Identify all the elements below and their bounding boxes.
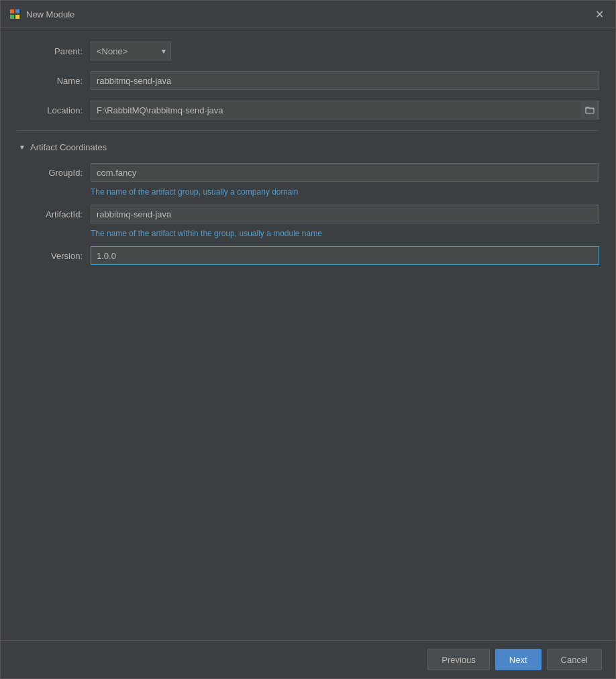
version-input[interactable] bbox=[91, 246, 599, 265]
artifactid-hint: The name of the artifact within the grou… bbox=[91, 229, 599, 238]
app-icon bbox=[9, 8, 21, 20]
name-input[interactable] bbox=[91, 71, 599, 90]
artifactid-input[interactable] bbox=[91, 205, 599, 223]
section-toggle[interactable]: ▼ bbox=[17, 142, 28, 152]
groupid-control bbox=[91, 163, 599, 182]
artifactid-label: ArtifactId: bbox=[17, 209, 91, 219]
svg-rect-3 bbox=[15, 15, 19, 19]
groupid-label: GroupId: bbox=[17, 168, 91, 178]
previous-button[interactable]: Previous bbox=[427, 649, 490, 670]
folder-icon bbox=[585, 105, 595, 115]
name-label: Name: bbox=[17, 76, 91, 86]
version-row: Version: bbox=[17, 246, 599, 265]
dialog-title: New Module bbox=[26, 9, 591, 19]
name-row: Name: bbox=[17, 71, 599, 90]
name-control bbox=[91, 71, 599, 90]
close-button[interactable]: ✕ bbox=[591, 6, 607, 22]
parent-select-wrapper: <None> ▼ bbox=[91, 42, 171, 60]
groupid-input[interactable] bbox=[91, 163, 599, 182]
artifact-section-header: ▼ Artifact Coordinates bbox=[17, 142, 599, 152]
parent-row: Parent: <None> ▼ bbox=[17, 42, 599, 60]
svg-rect-2 bbox=[10, 15, 14, 19]
parent-control: <None> ▼ bbox=[91, 42, 599, 60]
artifact-section-title: Artifact Coordinates bbox=[30, 142, 107, 152]
svg-rect-0 bbox=[10, 9, 14, 13]
content-area: Parent: <None> ▼ Name: Location: bbox=[1, 28, 615, 640]
new-module-dialog: New Module ✕ Parent: <None> ▼ Name: bbox=[0, 0, 616, 679]
artifactid-row: ArtifactId: bbox=[17, 205, 599, 223]
artifactid-control bbox=[91, 205, 599, 223]
title-bar: New Module ✕ bbox=[1, 1, 615, 28]
divider bbox=[17, 130, 599, 131]
location-input-wrapper bbox=[91, 101, 599, 119]
version-label: Version: bbox=[17, 251, 91, 261]
bottom-bar: Previous Next Cancel bbox=[1, 640, 615, 678]
version-control bbox=[91, 246, 599, 265]
location-label: Location: bbox=[17, 105, 91, 115]
location-input[interactable] bbox=[91, 101, 599, 119]
parent-label: Parent: bbox=[17, 46, 91, 56]
groupid-row: GroupId: bbox=[17, 163, 599, 182]
cancel-button[interactable]: Cancel bbox=[547, 649, 602, 670]
groupid-hint: The name of the artifact group, usually … bbox=[91, 187, 599, 197]
parent-select[interactable]: <None> bbox=[91, 42, 171, 60]
svg-rect-1 bbox=[15, 9, 19, 13]
next-button[interactable]: Next bbox=[495, 649, 542, 670]
location-row: Location: bbox=[17, 101, 599, 119]
browse-button[interactable] bbox=[580, 101, 599, 119]
